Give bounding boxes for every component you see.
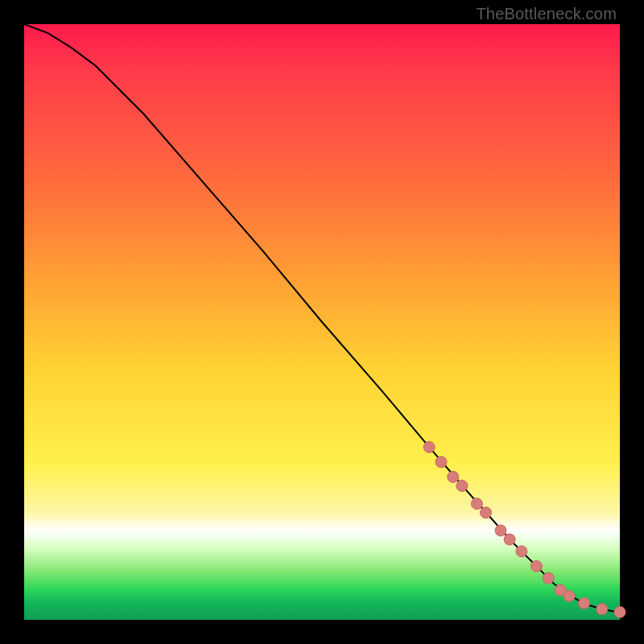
- data-marker: [504, 534, 515, 545]
- data-marker: [471, 498, 482, 510]
- data-marker: [448, 471, 459, 482]
- data-marker: [543, 572, 554, 584]
- data-marker: [564, 590, 575, 601]
- data-marker: [516, 546, 527, 557]
- attribution-label: TheBottleneck.com: [476, 5, 617, 23]
- data-marker: [530, 560, 542, 572]
- chart-frame: TheBottleneck.com: [0, 0, 644, 644]
- data-marker: [456, 481, 468, 492]
- data-marker: [481, 507, 492, 518]
- data-marker: [436, 456, 447, 468]
- chart-svg: [24, 24, 620, 620]
- marker-group: [423, 441, 625, 617]
- curve-path: [24, 24, 620, 612]
- data-marker: [597, 604, 608, 615]
- data-marker: [423, 441, 435, 452]
- data-marker: [579, 597, 590, 609]
- data-marker: [614, 606, 625, 617]
- data-marker: [495, 525, 506, 536]
